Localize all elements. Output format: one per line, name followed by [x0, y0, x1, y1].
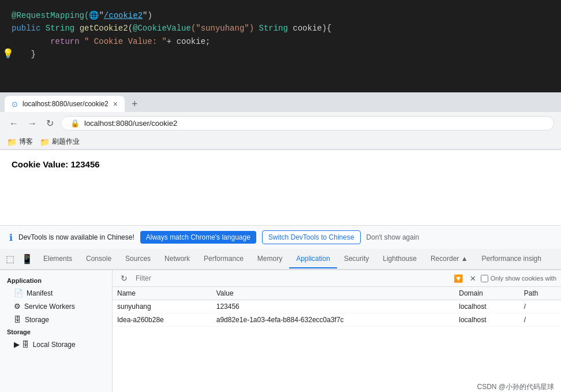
filter-input[interactable]: [133, 273, 449, 283]
content-toolbar: ↻ 🔽 ✕ Only show cookies with: [113, 270, 561, 287]
devtools-tab-performance[interactable]: Performance: [197, 250, 250, 268]
bookmarks-bar: 📁博客📁刷题作业: [0, 135, 561, 150]
table-header-row: NameValueDomainPath: [113, 287, 561, 300]
table-cell-name: Idea-a260b28e: [113, 313, 212, 327]
code-token: " Cookie Value: ": [84, 37, 167, 46]
url-bar[interactable]: 🔒 localhost:8080/user/cookie2: [61, 116, 554, 130]
only-show-cookies-label[interactable]: Only show cookies with: [481, 275, 556, 282]
code-line: return " Cookie Value: "+ cookie;: [12, 35, 549, 48]
notification-text: DevTools is now available in Chinese!: [18, 233, 134, 241]
tab-favicon: ⊙: [12, 100, 18, 109]
page-content: Cookie Value: 123456: [0, 150, 561, 225]
devtools-tab-application[interactable]: Application: [289, 250, 337, 268]
dont-show-again-button[interactable]: Don't show again: [366, 233, 420, 241]
refresh-cookies-button[interactable]: ↻: [117, 272, 131, 284]
devtools-tab-security[interactable]: Security: [337, 250, 376, 268]
code-token: @CookieValue: [133, 24, 191, 33]
bulb-icon: 💡: [2, 47, 14, 62]
code-token: /cookie2: [104, 11, 143, 20]
clear-filter-button[interactable]: ✕: [468, 273, 478, 284]
only-show-cookies-checkbox[interactable]: [481, 275, 488, 282]
code-token: String: [259, 24, 293, 33]
code-line: public String getCookie2(@CookieValue("s…: [12, 22, 549, 35]
bookmark-label: 博客: [19, 137, 33, 147]
devtools-tab-recorder-▲[interactable]: Recorder ▲: [424, 250, 475, 268]
inspect-icon[interactable]: ⬚: [2, 249, 18, 269]
device-icon[interactable]: 📱: [18, 249, 36, 269]
table-cell-path: /: [519, 300, 561, 313]
table-header-domain: Domain: [454, 287, 519, 300]
code-token: String: [46, 24, 80, 33]
switch-to-chinese-button[interactable]: Switch DevTools to Chinese: [262, 230, 361, 244]
devtools-tab-elements[interactable]: Elements: [36, 250, 79, 268]
cookie-value-text: Cookie Value: 123456: [12, 159, 549, 169]
sidebar-item-label: Local Storage: [33, 341, 76, 349]
table-header-path: Path: [519, 287, 561, 300]
table-row[interactable]: Idea-a260b28ea9d82e1e-1a03-4efa-b884-632…: [113, 313, 561, 327]
back-button[interactable]: ←: [7, 116, 21, 131]
table-cell-value: 123456: [212, 300, 454, 313]
table-row[interactable]: sunyuhang123456localhost/: [113, 300, 561, 313]
code-token: getCookie2: [80, 24, 128, 33]
table-cell-domain: localhost: [454, 300, 519, 313]
code-token: ": [99, 11, 103, 20]
table-header-name: Name: [113, 287, 212, 300]
code-token: return: [12, 37, 84, 46]
sidebar-item-service-workers[interactable]: ⚙Service Workers: [0, 300, 112, 313]
devtools-content: ↻ 🔽 ✕ Only show cookies with NameValueDo…: [113, 270, 561, 392]
code-token: ("sunyuhang"): [191, 24, 259, 33]
code-token: 🌐: [89, 11, 99, 20]
tab-close-button[interactable]: ×: [113, 99, 118, 109]
cookie-table: NameValueDomainPath sunyuhang123456local…: [113, 287, 561, 392]
devtools-notification: ℹ DevTools is now available in Chinese! …: [0, 225, 561, 249]
devtools-main: Application📄Manifest⚙Service Workers🗄Sto…: [0, 270, 561, 392]
forward-button[interactable]: →: [25, 116, 39, 131]
devtools-tab-console[interactable]: Console: [79, 250, 118, 268]
table-cell-name: sunyuhang: [113, 300, 212, 313]
table-cell-domain: localhost: [454, 313, 519, 327]
checkbox-text: Only show cookies with: [491, 275, 556, 282]
bookmark-label: 刷题作业: [52, 137, 80, 147]
tab-title: localhost:8080/user/cookie2: [23, 100, 109, 108]
devtools-tab-network[interactable]: Network: [158, 250, 197, 268]
sidebar-section-application: Application: [0, 275, 112, 286]
sidebar-item-label: Service Workers: [24, 303, 75, 311]
watermark: CSDN @小孙的代码星球: [477, 382, 554, 392]
sidebar-item-manifest[interactable]: 📄Manifest: [0, 286, 112, 300]
code-token: + cookie;: [167, 37, 211, 46]
devtools-tab-lighthouse[interactable]: Lighthouse: [376, 250, 424, 268]
new-tab-button[interactable]: +: [127, 98, 143, 110]
bookmark-item[interactable]: 📁刷题作业: [40, 137, 80, 147]
code-token: }: [12, 50, 36, 59]
bookmark-item[interactable]: 📁博客: [7, 137, 33, 147]
devtools-tab-sources[interactable]: Sources: [118, 250, 158, 268]
table-cell-value: a9d82e1e-1a03-4efa-b884-632ecc0a3f7c: [212, 313, 454, 327]
sidebar-item-label: Manifest: [27, 289, 53, 297]
devtools-sidebar: Application📄Manifest⚙Service Workers🗄Sto…: [0, 270, 113, 392]
match-language-button[interactable]: Always match Chrome's language: [140, 231, 256, 244]
sidebar-item-label: Storage: [25, 316, 49, 324]
devtools-tab-performance-insigh[interactable]: Performance insigh: [475, 250, 548, 268]
code-token: (: [128, 24, 133, 33]
refresh-button[interactable]: ↻: [44, 115, 56, 131]
devtools-tab-memory[interactable]: Memory: [250, 250, 289, 268]
cookies-data-table: NameValueDomainPath sunyuhang123456local…: [113, 287, 561, 327]
code-token: cookie){: [293, 24, 331, 33]
code-token: "): [143, 11, 152, 20]
filter-options-button[interactable]: 🔽: [451, 273, 465, 284]
code-token: public: [12, 24, 46, 33]
code-block: 💡 @RequestMapping(🌐"/cookie2")public Str…: [0, 0, 561, 92]
sidebar-section-storage: Storage: [0, 326, 112, 338]
table-cell-path: /: [519, 313, 561, 327]
bookmark-folder-icon: 📁: [40, 137, 50, 147]
info-icon: ℹ: [9, 232, 13, 243]
sidebar-item-icon: ⚙: [14, 302, 21, 311]
browser-tab[interactable]: ⊙ localhost:8080/user/cookie2 ×: [5, 96, 125, 112]
table-header-value: Value: [212, 287, 454, 300]
sidebar-item-icon: 📄: [14, 289, 23, 297]
browser-chrome: ⊙ localhost:8080/user/cookie2 × + ← → ↻ …: [0, 92, 561, 150]
sidebar-item-icon: 🗄: [14, 315, 21, 324]
sidebar-item-storage[interactable]: 🗄Storage: [0, 313, 112, 326]
sidebar-item-local-storage[interactable]: ▶ 🗄Local Storage: [0, 338, 112, 351]
tab-bar: ⊙ localhost:8080/user/cookie2 × +: [0, 92, 561, 112]
